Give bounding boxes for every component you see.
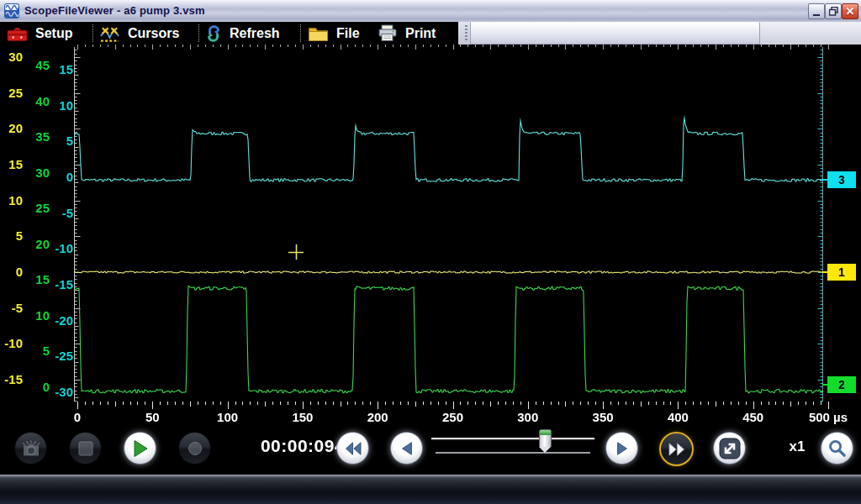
double-left-icon bbox=[344, 441, 362, 456]
zoom-button[interactable] bbox=[821, 432, 853, 465]
x-axis-label: 0 bbox=[44, 410, 111, 424]
x-axis-label: 500 µs bbox=[795, 410, 861, 424]
folder-icon bbox=[308, 25, 329, 42]
expand-icon bbox=[719, 438, 741, 459]
window-title: ScopeFileViewer - a6 pump 3.vsm bbox=[24, 4, 205, 17]
right-triangle-icon bbox=[615, 441, 629, 456]
skip-back-button[interactable] bbox=[336, 432, 369, 465]
printer-icon bbox=[378, 24, 398, 42]
left-triangle-icon bbox=[400, 441, 414, 456]
menu-separator bbox=[198, 24, 199, 42]
y-axis-label-ch3: -25 bbox=[0, 349, 73, 364]
channel-2-marker[interactable]: 2 bbox=[827, 376, 856, 393]
transport-bar: 00:00:094 x1 bbox=[0, 427, 861, 475]
menu-print-label: Print bbox=[405, 26, 436, 41]
play-button[interactable] bbox=[124, 432, 156, 465]
y-axis-label-ch3: 5 bbox=[0, 134, 73, 149]
magnifier-icon bbox=[827, 438, 847, 458]
menu-refresh[interactable]: Refresh bbox=[205, 22, 280, 45]
scope-file-viewer-window: ScopeFileViewer - a6 pump 3.vsm ✕ Setup … bbox=[0, 0, 861, 504]
toolbar-drag-handle[interactable] bbox=[465, 25, 467, 41]
title-bar[interactable]: ScopeFileViewer - a6 pump 3.vsm ✕ bbox=[0, 0, 861, 23]
menu-file[interactable]: File bbox=[308, 22, 360, 45]
zoom-factor-label: x1 bbox=[780, 438, 814, 455]
menu-cursors[interactable]: Cursors bbox=[99, 22, 179, 45]
menu-refresh-label: Refresh bbox=[230, 26, 280, 41]
slider-track-lower bbox=[436, 452, 590, 454]
refresh-icon bbox=[205, 24, 222, 43]
channel-3-marker[interactable]: 3 bbox=[827, 171, 856, 188]
y-axis-label-ch3: 10 bbox=[0, 98, 73, 113]
x-axis-label: 300 bbox=[494, 410, 562, 424]
menu-separator bbox=[92, 24, 93, 42]
x-axis-label: 250 bbox=[420, 410, 487, 424]
play-icon bbox=[132, 439, 149, 458]
toolbar-tray-end bbox=[760, 22, 861, 45]
menu-setup-label: Setup bbox=[35, 26, 72, 41]
x-axis-label: 450 bbox=[720, 410, 787, 424]
camera-icon bbox=[20, 439, 42, 458]
slider-track bbox=[431, 438, 594, 439]
snapshot-button[interactable] bbox=[14, 432, 47, 465]
close-button[interactable]: ✕ bbox=[842, 3, 858, 19]
minimize-button[interactable] bbox=[808, 3, 825, 19]
status-bar: No Active Vehicle bbox=[0, 475, 861, 504]
cursors-icon bbox=[99, 24, 120, 43]
app-icon bbox=[4, 3, 19, 22]
y-axis-label-ch3: -20 bbox=[0, 313, 73, 328]
restore-icon bbox=[829, 7, 838, 16]
y-axis-label-ch3: 0 bbox=[0, 170, 73, 185]
menu-file-label: File bbox=[336, 26, 360, 41]
double-right-icon bbox=[668, 442, 686, 457]
record-icon bbox=[188, 441, 203, 456]
x-axis-label: 50 bbox=[119, 410, 186, 424]
restore-button[interactable] bbox=[825, 3, 842, 19]
expand-button[interactable] bbox=[713, 432, 746, 465]
y-axis-label-ch3: -30 bbox=[0, 385, 73, 400]
y-axis-label-ch3: -15 bbox=[0, 277, 73, 292]
x-axis-label: 150 bbox=[269, 410, 336, 424]
toolbar-panel bbox=[470, 22, 760, 45]
y-axis-label-ch3: 15 bbox=[0, 62, 73, 77]
y-axis-label-ch3: -5 bbox=[0, 206, 73, 221]
scope-area: 302520151050-5-10-1545403530252015105015… bbox=[0, 45, 861, 427]
slider-thumb[interactable] bbox=[539, 429, 552, 447]
close-icon: ✕ bbox=[846, 6, 855, 17]
scope-plot[interactable] bbox=[0, 45, 861, 427]
menu-separator bbox=[300, 24, 301, 42]
x-axis-label: 100 bbox=[194, 410, 261, 424]
fast-forward-button[interactable] bbox=[659, 432, 694, 466]
toolbox-icon bbox=[7, 25, 28, 42]
y-axis-label-ch3: -10 bbox=[0, 241, 73, 256]
stop-button[interactable] bbox=[69, 432, 102, 465]
menu-setup[interactable]: Setup bbox=[7, 22, 72, 45]
menu-print[interactable]: Print bbox=[378, 22, 436, 45]
x-axis-label: 350 bbox=[569, 410, 637, 424]
stop-icon bbox=[78, 441, 93, 456]
minimize-icon bbox=[813, 14, 820, 16]
toolbar-tray bbox=[458, 22, 861, 45]
x-axis-label: 400 bbox=[644, 410, 711, 424]
record-button[interactable] bbox=[178, 432, 211, 465]
menu-cursors-label: Cursors bbox=[128, 26, 179, 41]
step-back-button[interactable] bbox=[390, 432, 423, 465]
step-forward-button[interactable] bbox=[605, 432, 638, 465]
x-axis-label: 200 bbox=[344, 410, 411, 424]
channel-1-marker[interactable]: 1 bbox=[827, 264, 856, 281]
